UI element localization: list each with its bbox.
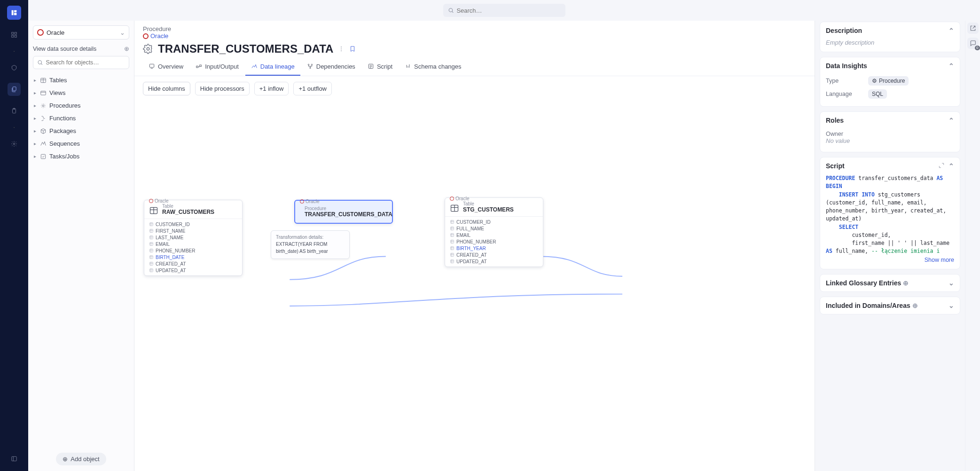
mini-rail: 0 [965, 0, 980, 471]
object-search [33, 56, 129, 69]
datasource-select[interactable]: Oracle ⌄ [33, 25, 129, 39]
svg-rect-5 [12, 35, 14, 37]
svg-point-17 [449, 8, 453, 12]
svg-rect-31 [150, 229, 153, 233]
rail-assets-icon[interactable] [8, 83, 21, 96]
lineage-node-source: Oracle Table RAW_CUSTOMERS CUSTOMER_IDFI… [144, 200, 243, 276]
svg-rect-7 [13, 87, 16, 91]
column[interactable]: PHONE_NUMBER [445, 238, 543, 245]
panel-glossary: Linked Glossary Entries ⊕⌄ [820, 274, 960, 292]
app-rail: • • [0, 0, 28, 471]
breadcrumb: Procedure Oracle [134, 21, 815, 40]
column[interactable]: CREATED_AT [144, 260, 242, 267]
column[interactable]: PHONE_NUMBER [144, 247, 242, 254]
tree-procedures[interactable]: ▸Procedures [28, 99, 134, 112]
toolbar-hide-columns[interactable]: Hide columns [143, 82, 190, 95]
svg-rect-41 [451, 227, 454, 230]
svg-point-20 [341, 48, 342, 49]
lineage-node-proc: Oracle Procedure TRANSFER_CUSTOMERS_DATA [294, 200, 393, 224]
tree-tables[interactable]: ▸Tables [28, 74, 134, 86]
svg-rect-3 [12, 32, 14, 34]
column[interactable]: UPDATED_AT [445, 258, 543, 265]
svg-point-19 [341, 47, 342, 47]
svg-rect-35 [150, 256, 153, 259]
tab-input-output[interactable]: Input/Output [190, 60, 244, 76]
show-more-link[interactable]: Show more [925, 257, 954, 263]
bookmark-icon[interactable] [349, 46, 356, 52]
tab-data-lineage[interactable]: Data lineage [245, 60, 300, 76]
column[interactable]: BIRTH_DATE [144, 254, 242, 260]
rail-security-icon[interactable] [8, 61, 21, 74]
datasource-name: Oracle [47, 29, 64, 36]
svg-rect-36 [150, 262, 153, 266]
column[interactable]: LAST_NAME [144, 234, 242, 241]
column[interactable]: UPDATED_AT [144, 267, 242, 274]
rail-dashboard-icon[interactable] [8, 28, 21, 41]
tab-script[interactable]: Script [362, 60, 398, 76]
lineage-node-target: Oracle Table STG_CUSTOMERS CUSTOMER_IDFU… [445, 197, 543, 267]
rail-settings-icon[interactable] [8, 137, 21, 150]
svg-rect-37 [150, 269, 153, 272]
column[interactable]: FIRST_NAME [144, 228, 242, 234]
object-sidebar: Oracle ⌄ View data source details ⊕ ▸Tab… [28, 0, 134, 471]
tab-dependencies[interactable]: Dependencies [301, 60, 361, 76]
svg-rect-0 [12, 10, 14, 16]
oracle-icon [143, 33, 149, 39]
tab-overview[interactable]: Overview [143, 60, 189, 76]
svg-rect-33 [150, 243, 153, 246]
svg-point-25 [308, 64, 309, 65]
comments-icon[interactable]: 0 [967, 38, 979, 49]
svg-rect-23 [196, 66, 198, 68]
panel-domains: Included in Domains/Areas ⊕⌄ [820, 297, 960, 314]
expand-icon[interactable] [938, 162, 945, 169]
rail-expand-icon[interactable] [8, 452, 21, 465]
lang-badge: SQL [868, 89, 887, 99]
svg-rect-34 [150, 249, 153, 252]
toolbar--1-outflow[interactable]: +1 outflow [293, 82, 332, 95]
top-bar [28, 0, 980, 21]
tree-views[interactable]: ▸Views [28, 86, 134, 99]
view-datasource-details[interactable]: View data source details ⊕ [33, 45, 129, 52]
table-icon [149, 206, 158, 215]
svg-point-21 [341, 50, 342, 51]
svg-rect-32 [150, 236, 153, 239]
svg-rect-46 [451, 260, 454, 263]
svg-rect-1 [14, 10, 16, 12]
svg-rect-11 [12, 456, 17, 461]
page-title: TRANSFER_CUSTOMERS_DATA [158, 42, 333, 55]
column[interactable]: CREATED_AT [445, 251, 543, 258]
tree-functions[interactable]: ▸Functions [28, 112, 134, 125]
gear-icon [143, 44, 153, 54]
tree-tasksjobs[interactable]: ▸Tasks/Jobs [28, 150, 134, 163]
column[interactable]: BIRTH_YEAR [445, 245, 543, 251]
svg-rect-16 [41, 154, 45, 158]
object-search-input[interactable] [46, 59, 125, 66]
svg-point-26 [311, 64, 312, 65]
svg-rect-14 [41, 91, 46, 94]
script-body: PROCEDURE transfer_customers_data AS BEG… [826, 174, 954, 254]
add-object-button[interactable]: ⊕ Add object [56, 453, 106, 465]
tree-sequences[interactable]: ▸Sequences [28, 137, 134, 150]
column[interactable]: CUSTOMER_ID [445, 219, 543, 225]
svg-rect-44 [451, 247, 454, 250]
svg-rect-6 [15, 35, 16, 37]
rail-clipboard-icon[interactable] [8, 104, 21, 118]
global-search-input[interactable] [456, 7, 560, 14]
panel-roles: Roles⌃ Owner No value [820, 111, 960, 152]
column[interactable]: EMAIL [144, 241, 242, 247]
svg-rect-43 [451, 240, 454, 243]
toolbar--1-inflow[interactable]: +1 inflow [254, 82, 289, 95]
svg-point-27 [310, 67, 311, 68]
column[interactable]: EMAIL [445, 232, 543, 238]
breadcrumb-db-link[interactable]: Oracle [143, 32, 168, 39]
more-icon[interactable] [338, 46, 345, 52]
toolbar-hide-processors[interactable]: Hide processors [195, 82, 250, 95]
app-logo [7, 6, 21, 20]
popout-icon[interactable] [967, 23, 979, 34]
column[interactable]: CUSTOMER_ID [144, 221, 242, 228]
tree-packages[interactable]: ▸Packages [28, 125, 134, 137]
tab-schema-changes[interactable]: Schema changes [399, 60, 467, 76]
svg-rect-4 [15, 32, 16, 34]
column[interactable]: FULL_NAME [445, 225, 543, 232]
circle-plus-icon: ⊕ [124, 45, 129, 52]
